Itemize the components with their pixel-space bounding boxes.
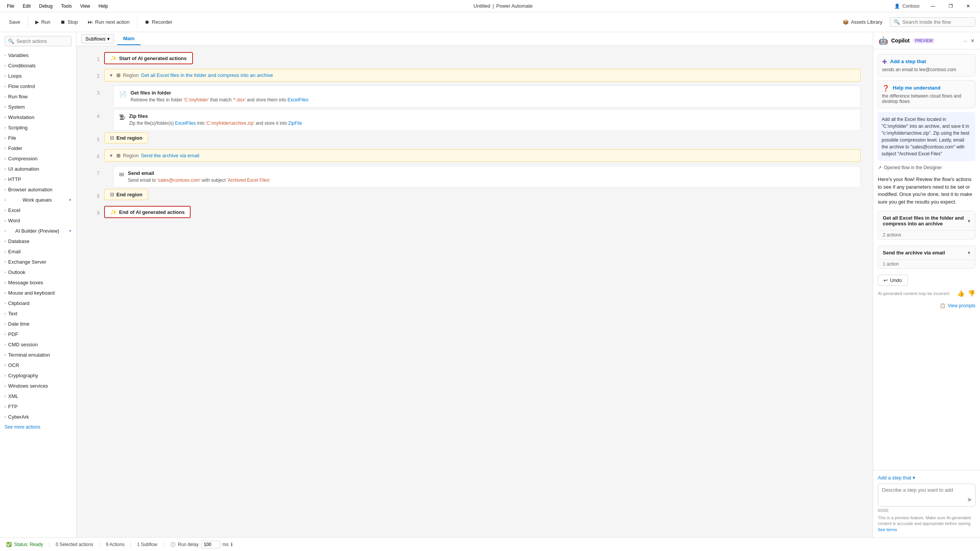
sidebar-item-email[interactable]: › Email [0, 246, 76, 257]
send-button[interactable]: ➤ [967, 496, 972, 503]
copilot-close-icon[interactable]: ✕ [970, 38, 975, 44]
action-zip-files[interactable]: 🗜 Zip files Zip the file(s)/folder(s) Ex… [113, 109, 861, 131]
tab-main[interactable]: Main [117, 33, 141, 45]
action-get-files[interactable]: 📄 Get files in folder Retrieve the files… [113, 86, 861, 108]
sidebar-item-variables[interactable]: › Variables [0, 50, 76, 60]
see-terms-link[interactable]: See terms [878, 527, 897, 532]
search-actions-input[interactable] [16, 39, 68, 44]
view-prompts-button[interactable]: 📋 View prompts [940, 303, 975, 308]
sidebar-item-mouse-and-keyboard[interactable]: › Mouse and keyboard [0, 288, 76, 298]
menu-file[interactable]: File [3, 2, 18, 10]
run-delay-input[interactable] [201, 541, 220, 548]
sidebar-item-label: Database [8, 238, 29, 244]
menu-bar[interactable]: File Edit Debug Tools View Help [3, 2, 112, 10]
sidebar-item-flow-control[interactable]: › Flow control [0, 81, 76, 91]
status-text: Status: Ready [14, 542, 43, 547]
sidebar-item-http[interactable]: › HTTP [0, 174, 76, 184]
flow-row-4: 4 🗜 Zip files Zip the file(s)/folder(s) … [89, 109, 861, 131]
sidebar-item-run-flow[interactable]: › Run flow [0, 91, 76, 102]
thumbs-down-icon[interactable]: 👎 [968, 290, 975, 297]
search-inside-flow[interactable]: 🔍 [890, 17, 975, 27]
sidebar-item-loops[interactable]: › Loops [0, 71, 76, 81]
subflows-button[interactable]: Subflows ▾ [81, 34, 114, 44]
add-step-icon: ✚ [882, 58, 887, 65]
sidebar-item-exchange-server[interactable]: › Exchange Server [0, 257, 76, 267]
sidebar-item-outlook[interactable]: › Outlook [0, 267, 76, 277]
window-controls[interactable]: — ❐ ✕ [924, 0, 977, 12]
sidebar-item-file[interactable]: › File [0, 133, 76, 143]
save-button[interactable]: Save [5, 16, 24, 28]
run-label: Run [41, 19, 51, 25]
region-email[interactable]: ▾ ⊞ Region Send the archive via email [104, 149, 861, 162]
copilot-input-area[interactable]: ➤ [878, 484, 975, 507]
sidebar-item-clipboard[interactable]: › Clipboard [0, 298, 76, 308]
run-button[interactable]: ▶ Run [31, 16, 55, 28]
collapse-icon-2[interactable]: ▾ [110, 153, 113, 158]
search-inside-input[interactable] [902, 19, 971, 25]
copilot-more-icon[interactable]: ··· [963, 38, 967, 44]
chevron-down-icon-excel[interactable]: ▾ [968, 218, 970, 224]
chevron-down-icon-email[interactable]: ▾ [968, 250, 970, 256]
assets-library-button[interactable]: 📦 Assets Library [838, 16, 887, 28]
sidebar-item-browser-automation[interactable]: › Browser automation [0, 184, 76, 195]
sidebar-item-pdf[interactable]: › PDF [0, 329, 76, 339]
menu-debug[interactable]: Debug [35, 2, 56, 10]
suggestion-add-step[interactable]: ✚ Add a step that sends an email to lee@… [878, 54, 975, 77]
ai-feedback-buttons[interactable]: 👍 👎 [957, 290, 975, 297]
sidebar-item-word[interactable]: › Word [0, 215, 76, 226]
undo-button[interactable]: ↩ Undo [878, 275, 908, 286]
sidebar-item-scripting[interactable]: › Scripting [0, 122, 76, 133]
menu-tools[interactable]: Tools [57, 2, 75, 10]
sidebar-item-database[interactable]: › Database [0, 236, 76, 246]
sidebar-item-ocr[interactable]: › OCR [0, 360, 76, 370]
recorder-button[interactable]: ⏺ Recorder [140, 16, 176, 28]
sidebar-item-excel[interactable]: › Excel [0, 205, 76, 215]
close-button[interactable]: ✕ [959, 0, 977, 12]
sidebar-item-compression[interactable]: › Compression [0, 153, 76, 164]
sidebar-item-xml[interactable]: › XML [0, 391, 76, 401]
action-group-excel-header[interactable]: Get all Excel files in the folder and co… [878, 211, 975, 230]
chevron-icon: › [5, 342, 6, 347]
run-delay-unit: ms [222, 542, 229, 547]
action-group-email-header[interactable]: Send the archive via email ▾ [878, 246, 975, 259]
sidebar-item-message-boxes[interactable]: › Message boxes [0, 277, 76, 288]
minimize-button[interactable]: — [924, 0, 942, 12]
sidebar-item-cryptography[interactable]: › Cryptography [0, 370, 76, 381]
sidebar-item-terminal-emulation[interactable]: › Terminal emulation [0, 350, 76, 360]
sidebar-search[interactable]: 🔍 [5, 36, 72, 46]
maximize-button[interactable]: ❐ [942, 0, 959, 12]
sidebar-item-system[interactable]: › System [0, 102, 76, 112]
sidebar-item-cyberark[interactable]: › CyberArk [0, 412, 76, 422]
stop-button[interactable]: ⏹ Stop [56, 16, 82, 28]
sidebar-item-ui-automation[interactable]: › UI automation [0, 164, 76, 174]
sidebar-item-cmd-session[interactable]: › CMD session [0, 339, 76, 350]
thumbs-up-icon[interactable]: 👍 [957, 290, 965, 297]
run-next-action-button[interactable]: ⏭ Run next action [83, 16, 134, 28]
sidebar-item-work-queues[interactable]: › Work queues ✦ [0, 195, 76, 205]
sidebar-item-date-time[interactable]: › Date time [0, 319, 76, 329]
clock-icon: 🕐 [170, 542, 176, 547]
sidebar-item-folder[interactable]: › Folder [0, 143, 76, 153]
collapse-icon[interactable]: ▾ [110, 72, 113, 78]
copilot-textarea[interactable] [882, 487, 971, 499]
menu-help[interactable]: Help [95, 2, 112, 10]
sidebar-item-label: Windows services [8, 383, 48, 389]
flow-opened-icon: ↗ [878, 165, 882, 170]
sidebar-item-ai-builder-(preview)[interactable]: › AI Builder (Preview) ✦ [0, 226, 76, 236]
region-excel-files[interactable]: ▾ ⊞ Region Get all Excel files in the fo… [104, 69, 861, 82]
suggestion-help[interactable]: ❓ Help me understand the difference betw… [878, 80, 975, 108]
sidebar-item-ftp[interactable]: › FTP [0, 401, 76, 412]
sidebar-item-workstation[interactable]: › Workstation [0, 112, 76, 122]
add-step-dropdown[interactable]: Add a step that ▾ [878, 475, 975, 481]
sidebar-item-windows-services[interactable]: › Windows services [0, 381, 76, 391]
action-send-email[interactable]: ✉ Send email Send email to 'sales@contos… [113, 166, 861, 188]
menu-edit[interactable]: Edit [19, 2, 34, 10]
sidebar-item-text[interactable]: › Text [0, 308, 76, 319]
menu-view[interactable]: View [76, 2, 94, 10]
chevron-down-icon-step[interactable]: ▾ [913, 475, 915, 481]
sidebar-item-conditionals[interactable]: › Conditionals [0, 60, 76, 71]
ai-actions-footer: 📋 View prompts [878, 301, 975, 311]
chevron-icon: › [5, 373, 6, 378]
copilot-controls[interactable]: ··· ✕ [963, 38, 975, 44]
see-more-actions[interactable]: See more actions [0, 422, 76, 432]
